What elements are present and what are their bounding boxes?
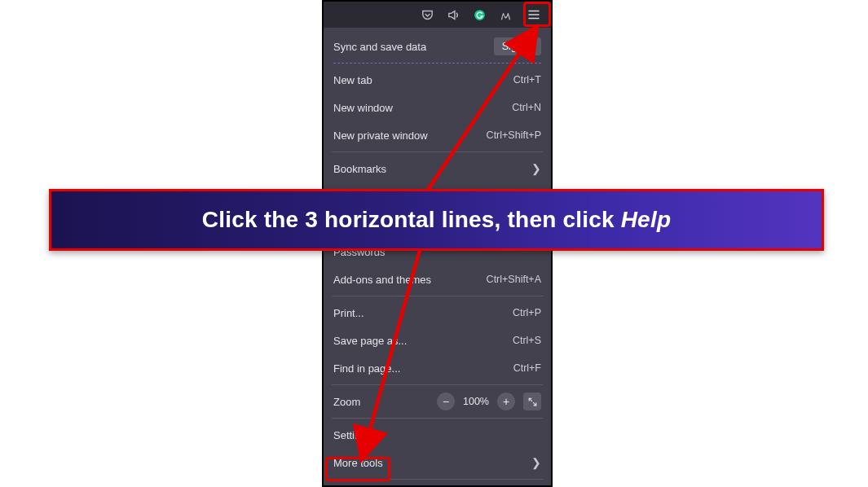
menu-item-label: Sync and save data	[333, 41, 426, 53]
menu-item-label: Print...	[333, 307, 364, 319]
grammarly-icon[interactable]	[471, 7, 487, 23]
menu-new-window[interactable]: New window Ctrl+N	[324, 94, 551, 121]
menu-item-shortcut: Ctrl+S	[513, 335, 541, 346]
menu-bookmarks[interactable]: Bookmarks ❯	[324, 155, 551, 182]
separator	[333, 63, 541, 64]
separator	[332, 384, 543, 385]
menu-item-label: More tools	[333, 457, 383, 469]
volume-icon[interactable]	[445, 7, 461, 23]
instruction-prefix: Click the 3 horizontal lines, then click	[202, 207, 621, 232]
menu-save-page[interactable]: Save page as... Ctrl+S	[324, 327, 551, 354]
menu-item-label: Zoom	[333, 396, 360, 408]
menu-item-shortcut: Ctrl+Shift+A	[487, 274, 541, 285]
menu-more-tools[interactable]: More tools ❯	[324, 449, 551, 476]
separator	[332, 296, 543, 296]
pocket-icon[interactable]	[419, 7, 435, 23]
menu-item-label: Save page as...	[333, 335, 407, 347]
instruction-em: Help	[621, 207, 671, 232]
menu-item-label: New window	[333, 102, 393, 114]
hamburger-menu-button[interactable]	[523, 4, 544, 25]
menu-item-shortcut: Ctrl+Shift+P	[487, 129, 541, 141]
sign-in-button[interactable]: Sign in	[494, 37, 541, 55]
malwarebytes-icon[interactable]	[497, 7, 513, 23]
chevron-right-icon: ❯	[531, 162, 541, 175]
menu-addons[interactable]: Add-ons and themes Ctrl+Shift+A	[324, 265, 551, 293]
instruction-banner: Click the 3 horizontal lines, then click…	[49, 189, 824, 251]
instruction-text: Click the 3 horizontal lines, then click…	[202, 207, 671, 233]
menu-item-label: New private window	[333, 129, 428, 142]
fullscreen-button[interactable]	[523, 393, 541, 410]
menu-sync[interactable]: Sync and save data Sign in	[324, 33, 551, 60]
menu-find[interactable]: Find in page... Ctrl+F	[324, 354, 551, 382]
menu-item-shortcut: Ctrl+N	[512, 102, 541, 113]
zoom-value: 100%	[463, 396, 489, 407]
app-menu: Sync and save data Sign in New tab Ctrl+…	[324, 28, 551, 487]
menu-item-label: Add-ons and themes	[333, 274, 431, 286]
separator	[332, 479, 543, 480]
browser-toolbar	[324, 2, 551, 28]
menu-item-label: New tab	[333, 74, 372, 86]
menu-new-private-window[interactable]: New private window Ctrl+Shift+P	[324, 121, 551, 149]
menu-new-tab[interactable]: New tab Ctrl+T	[324, 66, 551, 94]
zoom-out-button[interactable]: −	[437, 393, 455, 410]
menu-item-shortcut: Ctrl+P	[513, 307, 541, 318]
separator	[332, 151, 543, 152]
menu-item-label: Settings	[333, 429, 372, 441]
menu-item-shortcut: Ctrl+F	[513, 362, 541, 374]
chevron-right-icon: ❯	[531, 456, 541, 469]
menu-item-label: Bookmarks	[333, 163, 386, 175]
menu-zoom: Zoom − 100% +	[324, 388, 551, 415]
menu-settings[interactable]: Settings	[324, 421, 551, 449]
menu-help[interactable]: Help ❯	[324, 482, 551, 487]
separator	[332, 418, 543, 419]
zoom-in-button[interactable]: +	[497, 393, 515, 410]
menu-print[interactable]: Print... Ctrl+P	[324, 299, 551, 327]
menu-item-shortcut: Ctrl+T	[513, 74, 541, 86]
menu-item-label: Find in page...	[333, 362, 400, 375]
